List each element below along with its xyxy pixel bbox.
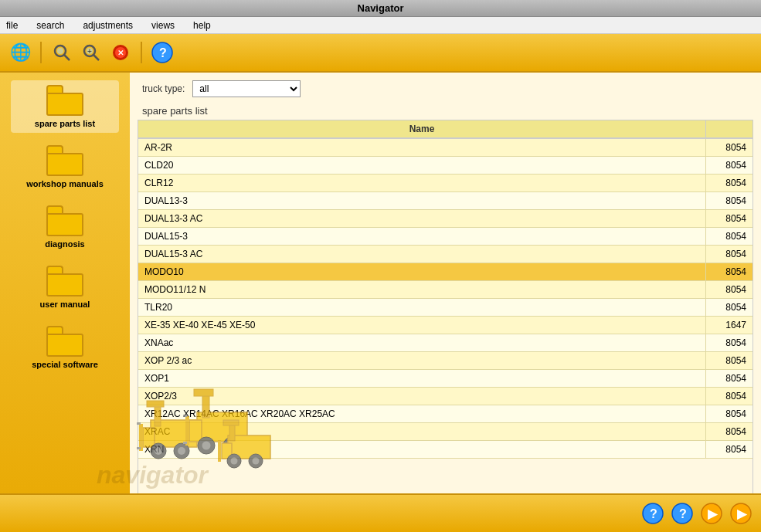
sidebar-label-workshop: workshop manuals	[26, 179, 104, 188]
controls-area: truck type: all XE XOP XR CLR DUAL TLR	[130, 73, 761, 102]
help-button[interactable]: ?	[150, 40, 175, 65]
table-cell-name: CLD20	[138, 157, 706, 174]
bottom-btn-2[interactable]: ?	[670, 501, 695, 526]
sidebar: spare parts list workshop manuals diagno…	[0, 73, 130, 532]
bottom-btn-4[interactable]: ▶	[729, 501, 753, 526]
title-bar: Navigator	[0, 0, 761, 17]
help-icon: ?	[151, 42, 173, 63]
header-code	[706, 120, 753, 137]
sidebar-item-spare-parts[interactable]: spare parts list	[11, 80, 119, 133]
table-row[interactable]: XOP 2/3 ac8054	[138, 352, 753, 370]
menu-adjustments[interactable]: adjustments	[80, 19, 136, 32]
table-row[interactable]: DUAL13-3 AC8054	[138, 210, 753, 228]
svg-line-4	[93, 55, 99, 60]
table-cell-code: 8054	[706, 441, 753, 458]
table-cell-code: 8054	[706, 405, 753, 422]
globe-button[interactable]: 🌐	[8, 40, 32, 65]
table-row[interactable]: XNAac8054	[138, 334, 753, 352]
truck-type-select[interactable]: all XE XOP XR CLR DUAL TLR	[192, 80, 301, 97]
table-cell-name: XOP 2/3 ac	[138, 352, 706, 369]
table-cell-name: DUAL13-3 AC	[138, 210, 706, 227]
table-row[interactable]: MODO108054	[138, 263, 753, 281]
svg-text:?: ?	[679, 507, 687, 520]
table-cell-name: XRN	[138, 441, 706, 458]
table-cell-code: 8054	[706, 210, 753, 227]
svg-text:+: +	[87, 47, 92, 56]
menu-help[interactable]: help	[190, 19, 214, 32]
table-row[interactable]: XRN8054	[138, 441, 753, 459]
svg-line-1	[64, 55, 70, 60]
stop-button[interactable]: ✕	[108, 40, 133, 65]
table-row[interactable]: XOP2/38054	[138, 388, 753, 405]
menu-search[interactable]: search	[33, 19, 67, 32]
table-cell-name: XOP2/3	[138, 388, 706, 405]
search-button-1[interactable]	[49, 40, 74, 65]
table-row[interactable]: DUAL15-3 AC8054	[138, 246, 753, 263]
menu-file[interactable]: file	[3, 19, 21, 32]
stop-icon: ✕	[111, 43, 130, 62]
table-row[interactable]: TLR208054	[138, 299, 753, 317]
sidebar-item-user-manual[interactable]: user manual	[11, 261, 119, 313]
section-label: spare parts list	[130, 102, 761, 120]
table-cell-code: 8054	[706, 228, 753, 245]
table-cell-code: 8054	[706, 246, 753, 263]
sidebar-item-workshop-manuals[interactable]: workshop manuals	[11, 141, 119, 193]
table-cell-code: 8054	[706, 388, 753, 405]
svg-text:✕: ✕	[117, 49, 124, 57]
table-cell-code: 1647	[706, 317, 753, 334]
folder-icon-user-manual	[46, 266, 83, 296]
table-cell-name: XOP1	[138, 370, 706, 387]
table-cell-code: 8054	[706, 192, 753, 209]
table-row[interactable]: XRAC8054	[138, 423, 753, 441]
table-row[interactable]: XE-35 XE-40 XE-45 XE-501647	[138, 317, 753, 334]
toolbar-separator-1	[40, 42, 42, 63]
sidebar-label-spare-parts: spare parts list	[35, 119, 95, 128]
truck-type-label: truck type:	[142, 83, 185, 94]
table-row[interactable]: CLR128054	[138, 175, 753, 192]
parts-table: Name AR-2R8054CLD208054CLR128054DUAL13-3…	[138, 120, 753, 524]
table-row[interactable]: MODO11/12 N8054	[138, 281, 753, 299]
table-row[interactable]: XOP18054	[138, 370, 753, 388]
table-cell-name: XNAac	[138, 334, 706, 351]
bottom-btn-3[interactable]: ▶	[699, 501, 724, 526]
menu-views[interactable]: views	[148, 19, 178, 32]
table-cell-code: 8054	[706, 175, 753, 191]
menu-bar: file search adjustments views help	[0, 17, 761, 34]
sidebar-label-user-manual: user manual	[40, 300, 90, 309]
table-row[interactable]: XR12AC XR14AC XR16AC XR20AC XR25AC8054	[138, 405, 753, 423]
bottom-nav-icon-1: ▶	[701, 503, 722, 524]
toolbar-separator-2	[141, 42, 142, 63]
table-cell-code: 8054	[706, 370, 753, 387]
table-cell-name: XE-35 XE-40 XE-45 XE-50	[138, 317, 706, 334]
sidebar-item-diagnosis[interactable]: diagnosis	[11, 201, 119, 253]
table-cell-name: DUAL15-3 AC	[138, 246, 706, 263]
folder-icon-workshop	[46, 145, 83, 176]
bottom-help-icon-1: ?	[642, 503, 664, 524]
sidebar-label-special-software: special software	[32, 360, 98, 369]
right-panel: truck type: all XE XOP XR CLR DUAL TLR s…	[130, 73, 761, 532]
table-cell-name: MODO10	[138, 263, 706, 280]
bottom-nav-icon-2: ▶	[730, 503, 752, 524]
table-cell-code: 8054	[706, 299, 753, 316]
table-cell-name: XRAC	[138, 423, 706, 440]
table-row[interactable]: DUAL13-38054	[138, 192, 753, 210]
table-row[interactable]: AR-2R8054	[138, 139, 753, 157]
table-cell-name: DUAL15-3	[138, 228, 706, 245]
bottom-btn-1[interactable]: ?	[640, 501, 665, 526]
svg-text:▶: ▶	[737, 507, 748, 520]
table-row[interactable]: DUAL15-38054	[138, 228, 753, 246]
table-row[interactable]: CLD208054	[138, 157, 753, 175]
sidebar-label-diagnosis: diagnosis	[45, 239, 84, 249]
table-cell-name: MODO11/12 N	[138, 281, 706, 298]
folder-icon-spare-parts	[46, 85, 83, 116]
search-button-2[interactable]: +	[79, 40, 104, 65]
table-cell-name: DUAL13-3	[138, 192, 706, 209]
header-name: Name	[138, 120, 706, 137]
bottom-help-icon-2: ?	[671, 503, 693, 524]
table-cell-code: 8054	[706, 157, 753, 174]
table-cell-code: 8054	[706, 352, 753, 369]
table-cell-name: TLR20	[138, 299, 706, 316]
table-cell-code: 8054	[706, 334, 753, 351]
folder-icon-special-software	[46, 326, 83, 357]
sidebar-item-special-software[interactable]: special software	[11, 321, 119, 374]
